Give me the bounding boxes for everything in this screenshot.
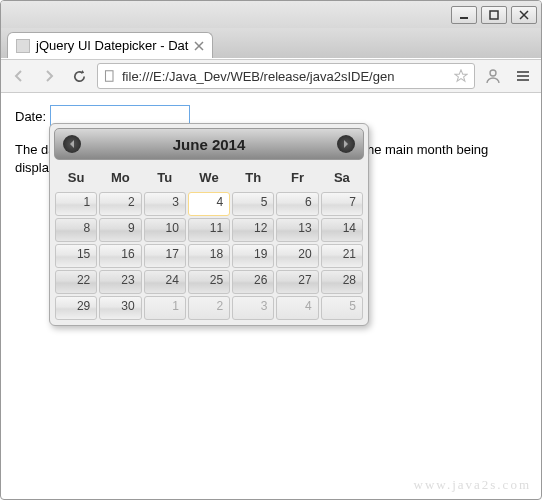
page-content: Date: The datepicker can show multiple m… bbox=[1, 93, 541, 189]
bookmark-icon[interactable] bbox=[454, 69, 468, 83]
calendar-day[interactable]: 12 bbox=[232, 218, 274, 242]
forward-button[interactable] bbox=[37, 64, 61, 88]
calendar-day[interactable]: 6 bbox=[276, 192, 318, 216]
calendar-day[interactable]: 9 bbox=[99, 218, 141, 242]
calendar-day[interactable]: 28 bbox=[321, 270, 363, 294]
calendar-day[interactable]: 23 bbox=[99, 270, 141, 294]
weekday-header: Mo bbox=[98, 164, 142, 191]
calendar-day[interactable]: 15 bbox=[55, 244, 97, 268]
calendar-day: 4 bbox=[276, 296, 318, 320]
browser-tab[interactable]: jQuery UI Datepicker - Dat bbox=[7, 32, 213, 58]
maximize-button[interactable] bbox=[481, 6, 507, 24]
svg-rect-0 bbox=[460, 17, 468, 19]
user-button[interactable] bbox=[481, 64, 505, 88]
calendar-day[interactable]: 1 bbox=[55, 192, 97, 216]
weekday-header: Sa bbox=[320, 164, 364, 191]
close-button[interactable] bbox=[511, 6, 537, 24]
calendar-day[interactable]: 10 bbox=[144, 218, 186, 242]
datepicker-header: June 2014 bbox=[54, 128, 364, 160]
date-label: Date: bbox=[15, 109, 46, 124]
calendar-day[interactable]: 3 bbox=[144, 192, 186, 216]
page-icon bbox=[16, 39, 30, 53]
weekday-header: Fr bbox=[275, 164, 319, 191]
window-titlebar bbox=[1, 1, 541, 29]
calendar-day[interactable]: 22 bbox=[55, 270, 97, 294]
svg-rect-5 bbox=[517, 75, 529, 77]
url-text: file:///E:/Java_Dev/WEB/release/java2sID… bbox=[122, 69, 448, 84]
svg-rect-2 bbox=[106, 71, 114, 82]
calendar-day[interactable]: 13 bbox=[276, 218, 318, 242]
calendar-day: 5 bbox=[321, 296, 363, 320]
svg-rect-6 bbox=[517, 79, 529, 81]
weekday-header: Th bbox=[231, 164, 275, 191]
calendar-day: 1 bbox=[144, 296, 186, 320]
calendar-day[interactable]: 4 bbox=[188, 192, 230, 216]
calendar-day[interactable]: 16 bbox=[99, 244, 141, 268]
calendar-day[interactable]: 21 bbox=[321, 244, 363, 268]
prev-month-button[interactable] bbox=[63, 135, 81, 153]
weekday-header: We bbox=[187, 164, 231, 191]
tab-title: jQuery UI Datepicker - Dat bbox=[36, 38, 188, 53]
datepicker-title: June 2014 bbox=[173, 136, 246, 153]
calendar-day[interactable]: 2 bbox=[99, 192, 141, 216]
calendar-day[interactable]: 26 bbox=[232, 270, 274, 294]
calendar-day[interactable]: 29 bbox=[55, 296, 97, 320]
datepicker: June 2014 SuMoTuWeThFrSa 123456789101112… bbox=[49, 123, 369, 326]
back-button[interactable] bbox=[7, 64, 31, 88]
calendar-day[interactable]: 24 bbox=[144, 270, 186, 294]
calendar-day[interactable]: 14 bbox=[321, 218, 363, 242]
calendar-day[interactable]: 19 bbox=[232, 244, 274, 268]
calendar-day[interactable]: 27 bbox=[276, 270, 318, 294]
svg-point-3 bbox=[490, 70, 496, 76]
menu-button[interactable] bbox=[511, 64, 535, 88]
next-month-button[interactable] bbox=[337, 135, 355, 153]
calendar-day[interactable]: 20 bbox=[276, 244, 318, 268]
calendar-day[interactable]: 11 bbox=[188, 218, 230, 242]
minimize-button[interactable] bbox=[451, 6, 477, 24]
address-bar[interactable]: file:///E:/Java_Dev/WEB/release/java2sID… bbox=[97, 63, 475, 89]
calendar-day[interactable]: 30 bbox=[99, 296, 141, 320]
file-icon bbox=[104, 70, 116, 82]
weekday-header: Tu bbox=[143, 164, 187, 191]
calendar-day: 3 bbox=[232, 296, 274, 320]
weekday-header: Su bbox=[54, 164, 98, 191]
browser-toolbar: file:///E:/Java_Dev/WEB/release/java2sID… bbox=[1, 59, 541, 93]
calendar-day[interactable]: 18 bbox=[188, 244, 230, 268]
calendar-day[interactable]: 8 bbox=[55, 218, 97, 242]
tab-strip: jQuery UI Datepicker - Dat bbox=[1, 28, 541, 58]
calendar-day: 2 bbox=[188, 296, 230, 320]
calendar-grid: SuMoTuWeThFrSa 1234567891011121314151617… bbox=[54, 164, 364, 321]
calendar-day[interactable]: 7 bbox=[321, 192, 363, 216]
watermark: www.java2s.com bbox=[414, 477, 531, 493]
reload-button[interactable] bbox=[67, 64, 91, 88]
svg-rect-1 bbox=[490, 11, 498, 19]
close-icon[interactable] bbox=[194, 41, 204, 51]
svg-rect-4 bbox=[517, 71, 529, 73]
calendar-day[interactable]: 25 bbox=[188, 270, 230, 294]
calendar-day[interactable]: 17 bbox=[144, 244, 186, 268]
calendar-day[interactable]: 5 bbox=[232, 192, 274, 216]
